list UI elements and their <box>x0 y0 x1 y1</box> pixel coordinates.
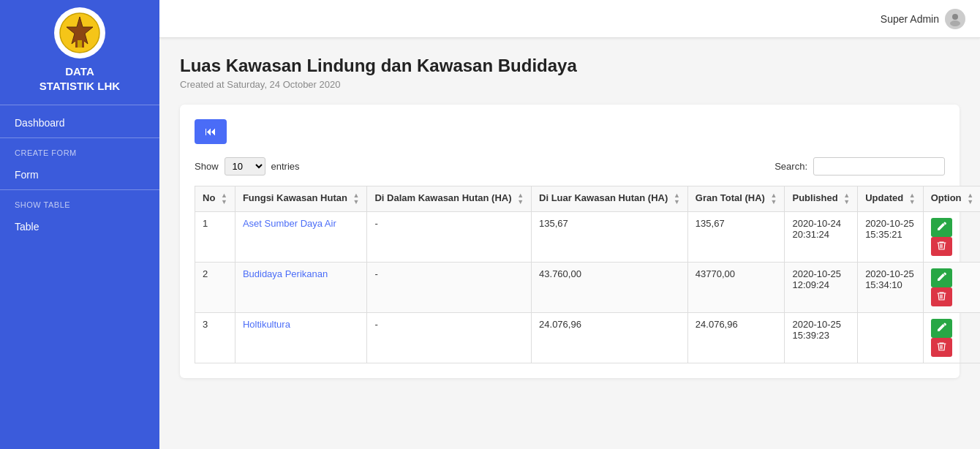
main-card: ⏮ Show 10 25 50 100 entries Search: <box>180 105 960 378</box>
delete-button[interactable] <box>931 338 952 357</box>
cell-updated: 2020-10-25 15:34:10 <box>858 263 924 313</box>
col-updated: Updated ▲▼ <box>858 186 924 212</box>
cell-di-dalam: - <box>367 212 532 263</box>
edit-button[interactable] <box>931 319 952 338</box>
cell-gran-total: 43770,00 <box>687 263 785 313</box>
topbar-username: Super Admin <box>881 13 939 25</box>
svg-point-4 <box>952 14 958 20</box>
sidebar: DATA STATISTIK LHK Dashboard CREATE FORM… <box>0 0 159 449</box>
cell-no: 2 <box>195 263 235 313</box>
main-area: Super Admin Luas Kawasan Lindung dan Kaw… <box>159 0 980 449</box>
col-di-dalam: Di Dalam Kawasan Hutan (HA) ▲▼ <box>367 186 532 212</box>
show-label: Show <box>195 161 219 172</box>
sort-icon-published: ▲▼ <box>843 192 850 205</box>
cell-published: 2020-10-25 12:09:24 <box>785 263 858 313</box>
sidebar-divider-1 <box>0 137 159 138</box>
cell-fungsi: Budidaya Perikanan <box>235 263 367 313</box>
sort-icon-updated: ▲▼ <box>909 192 916 205</box>
topbar: Super Admin <box>159 0 980 38</box>
sidebar-app-title: DATA STATISTIK LHK <box>39 64 120 93</box>
table-controls: Show 10 25 50 100 entries Search: <box>195 157 945 176</box>
sort-icon-di-luar: ▲▼ <box>674 192 680 205</box>
user-avatar-icon <box>945 9 965 29</box>
cell-gran-total: 135,67 <box>687 212 785 263</box>
entries-select[interactable]: 10 25 50 100 <box>225 157 265 176</box>
cell-option <box>923 212 980 263</box>
cell-fungsi: Holtikultura <box>235 313 367 363</box>
cell-published: 2020-10-24 20:31:24 <box>785 212 858 263</box>
search-box: Search: <box>774 157 945 176</box>
col-no: No ▲▼ <box>195 186 235 212</box>
col-published: Published ▲▼ <box>785 186 858 212</box>
sidebar-section-create-form: CREATE FORM <box>0 141 159 160</box>
fungsi-link[interactable]: Holtikultura <box>243 319 290 330</box>
sidebar-section-show-table: SHOW TABLE <box>0 193 159 212</box>
sort-icon-option: ▲▼ <box>967 192 973 205</box>
cell-no: 3 <box>195 313 235 363</box>
sidebar-divider-2 <box>0 189 159 190</box>
sort-icon-gran-total: ▲▼ <box>771 192 777 205</box>
cell-di-luar: 43.760,00 <box>532 263 688 313</box>
sort-icon-di-dalam: ▲▼ <box>517 192 524 205</box>
entries-label: entries <box>271 161 300 172</box>
cell-updated <box>858 313 924 363</box>
fungsi-link[interactable]: Aset Sumber Daya Air <box>243 218 336 229</box>
search-label: Search: <box>774 161 807 172</box>
table-row: 3 Holtikultura - 24.076,96 24.076,96 202… <box>195 313 981 363</box>
cell-fungsi: Aset Sumber Daya Air <box>235 212 367 263</box>
cell-option <box>923 263 980 313</box>
sort-icon-no: ▲▼ <box>221 192 227 205</box>
cell-gran-total: 24.076,96 <box>687 313 785 363</box>
svg-point-5 <box>950 20 960 26</box>
cell-option <box>923 313 980 363</box>
delete-button[interactable] <box>931 237 952 256</box>
cell-published: 2020-10-25 15:39:23 <box>785 313 858 363</box>
svg-rect-3 <box>78 40 82 48</box>
col-di-luar: Di Luar Kawasan Hutan (HA) ▲▼ <box>532 186 688 212</box>
sidebar-item-dashboard[interactable]: Dashboard <box>0 108 159 137</box>
table-header-row: No ▲▼ Fungsi Kawasan Hutan ▲▼ Di Dalam K… <box>195 186 981 212</box>
back-button[interactable]: ⏮ <box>195 119 227 144</box>
table-row: 2 Budidaya Perikanan - 43.760,00 43770,0… <box>195 263 981 313</box>
topbar-user: Super Admin <box>881 9 965 29</box>
sort-icon-fungsi: ▲▼ <box>353 192 360 205</box>
page-title: Luas Kawasan Lindung dan Kawasan Budiday… <box>180 56 960 76</box>
page-content: Luas Kawasan Lindung dan Kawasan Budiday… <box>159 38 980 449</box>
cell-di-dalam: - <box>367 263 532 313</box>
sidebar-divider-top <box>0 105 159 105</box>
col-option: Option ▲▼ <box>923 186 980 212</box>
col-gran-total: Gran Total (HA) ▲▼ <box>687 186 785 212</box>
page-subtitle: Created at Saturday, 24 October 2020 <box>180 79 960 90</box>
cell-no: 1 <box>195 212 235 263</box>
table-row: 1 Aset Sumber Daya Air - 135,67 135,67 2… <box>195 212 981 263</box>
delete-button[interactable] <box>931 287 952 306</box>
edit-button[interactable] <box>931 268 952 287</box>
fungsi-link[interactable]: Budidaya Perikanan <box>243 268 328 279</box>
sidebar-item-table[interactable]: Table <box>0 212 159 241</box>
col-fungsi: Fungsi Kawasan Hutan ▲▼ <box>235 186 367 212</box>
sidebar-item-form[interactable]: Form <box>0 160 159 189</box>
sidebar-logo <box>54 7 105 59</box>
cell-di-luar: 135,67 <box>532 212 688 263</box>
data-table: No ▲▼ Fungsi Kawasan Hutan ▲▼ Di Dalam K… <box>195 186 980 363</box>
edit-button[interactable] <box>931 218 952 237</box>
search-input[interactable] <box>813 157 945 176</box>
show-entries-control: Show 10 25 50 100 entries <box>195 157 300 176</box>
cell-di-dalam: - <box>367 313 532 363</box>
cell-updated: 2020-10-25 15:35:21 <box>858 212 924 263</box>
cell-di-luar: 24.076,96 <box>532 313 688 363</box>
